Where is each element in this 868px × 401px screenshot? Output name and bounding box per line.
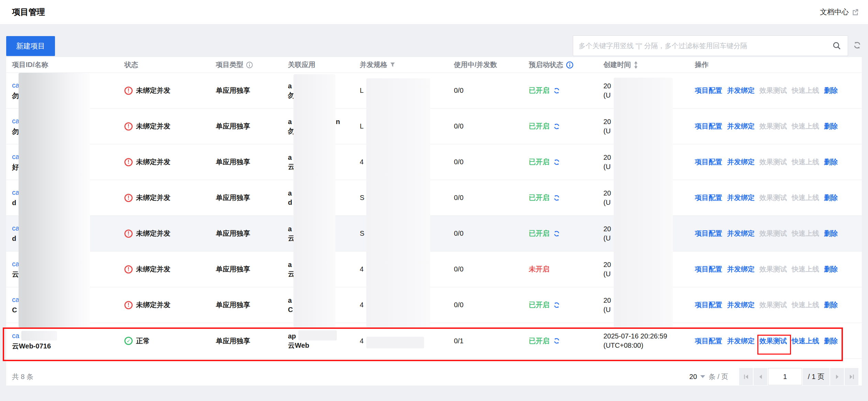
op-delete-link[interactable]: 删除 [824, 265, 838, 273]
op-launch-link: 快速上线 [792, 158, 819, 166]
linked-app-cell: a 云 [288, 260, 360, 279]
project-id-link[interactable]: ca [12, 296, 19, 303]
refresh-status-icon[interactable] [553, 230, 560, 237]
op-delete-link[interactable]: 删除 [824, 87, 838, 94]
ops-cell: 项目配置并发绑定效果测试快速上线删除 [695, 122, 862, 131]
page-size-value[interactable]: 20 [689, 373, 697, 381]
op-config-link[interactable]: 项目配置 [695, 194, 722, 201]
op-test-link: 效果测试 [759, 230, 787, 237]
op-bind-link[interactable]: 并发绑定 [727, 301, 755, 309]
refresh-status-icon[interactable] [553, 87, 560, 94]
filter-icon[interactable] [390, 62, 395, 67]
used-cell: 0/0 [454, 265, 529, 273]
next-page-button[interactable] [830, 368, 844, 385]
op-bind-link[interactable]: 并发绑定 [727, 230, 755, 237]
op-bind-link[interactable]: 并发绑定 [727, 87, 755, 94]
project-id-link[interactable]: ca [12, 189, 19, 196]
ops-cell: 项目配置并发绑定效果测试快速上线删除 [695, 300, 862, 310]
prev-page-button[interactable] [754, 368, 767, 385]
op-delete-link[interactable]: 删除 [824, 194, 838, 201]
project-id-link[interactable]: ca [12, 81, 19, 89]
op-test-link[interactable]: 效果测试 [759, 337, 787, 345]
op-bind-link[interactable]: 并发绑定 [727, 194, 755, 201]
spec-cell: 4 [360, 337, 454, 345]
op-config-link[interactable]: 项目配置 [695, 337, 722, 345]
external-link-icon [852, 8, 859, 16]
status-cell: 未绑定并发 [124, 229, 216, 238]
project-type: 单应用独享 [216, 122, 288, 131]
op-delete-link[interactable]: 删除 [824, 122, 838, 130]
op-delete-link[interactable]: 删除 [824, 301, 838, 309]
op-delete-link[interactable]: 删除 [824, 337, 838, 345]
page-number-input[interactable] [768, 368, 802, 385]
project-id-link[interactable]: ca [12, 153, 19, 160]
doc-center-link[interactable]: 文档中心 [820, 7, 859, 17]
op-config-link[interactable]: 项目配置 [695, 265, 722, 273]
chevron-down-icon[interactable] [700, 375, 705, 378]
spec-cell: L [360, 87, 454, 94]
pagination: 20 条 / 页 / 1 页 [689, 368, 858, 385]
op-bind-link[interactable]: 并发绑定 [727, 265, 755, 273]
op-config-link[interactable]: 项目配置 [695, 230, 722, 237]
prestart-cell: 已开启 [529, 86, 603, 95]
new-project-button[interactable]: 新建项目 [6, 36, 55, 56]
table-row: ca C 未绑定并发 单应用独享 a C 4 0/0 已开启 20(U 项目配置… [6, 287, 862, 323]
info-icon-blue[interactable] [566, 61, 574, 69]
project-id-cell: ca 好 [6, 152, 124, 172]
created-line2: (U [603, 126, 695, 136]
col-header-used: 使用中/并发数 [454, 60, 529, 69]
sort-icon[interactable] [634, 61, 638, 69]
refresh-status-icon[interactable] [553, 301, 560, 309]
project-id-cell: ca d [6, 188, 124, 208]
op-bind-link[interactable]: 并发绑定 [727, 337, 755, 345]
project-name: 勿 [12, 127, 124, 136]
table-header-row: 项目ID/名称 状态 项目类型 关联应用 并发规格 使用中/并发数 预启动状态 … [6, 57, 862, 73]
op-launch-link[interactable]: 快速上线 [792, 337, 819, 345]
op-config-link[interactable]: 项目配置 [695, 158, 722, 166]
chevron-left-icon [758, 374, 764, 380]
col-header-ops: 操作 [695, 60, 862, 69]
total-count: 共 8 条 [12, 372, 33, 381]
created-line1: 20 [603, 153, 695, 162]
op-config-link[interactable]: 项目配置 [695, 87, 722, 94]
last-page-button[interactable] [845, 368, 858, 385]
op-delete-link[interactable]: 删除 [824, 158, 838, 166]
status-text: 未绑定并发 [136, 300, 170, 310]
project-id-link[interactable]: ca [12, 332, 19, 339]
project-type: 单应用独享 [216, 300, 288, 310]
refresh-status-icon[interactable] [553, 158, 560, 166]
search-input[interactable] [573, 36, 848, 56]
project-name: 好 [12, 163, 124, 172]
col-header-spec: 并发规格 [360, 60, 454, 69]
op-config-link[interactable]: 项目配置 [695, 122, 722, 130]
search-icon[interactable] [832, 41, 842, 52]
op-delete-link[interactable]: 删除 [824, 230, 838, 237]
linked-app-cell: a d [288, 189, 360, 207]
prestart-status: 已开启 [529, 86, 549, 95]
projects-table-card: 项目ID/名称 状态 项目类型 关联应用 并发规格 使用中/并发数 预启动状态 … [6, 57, 862, 386]
used-cell: 0/0 [454, 194, 529, 202]
spec-cell: 4 [360, 158, 454, 166]
project-id-link[interactable]: ca [12, 224, 19, 232]
refresh-status-icon[interactable] [553, 123, 560, 130]
status-text: 未绑定并发 [136, 157, 170, 167]
info-icon[interactable] [246, 62, 253, 68]
op-config-link[interactable]: 项目配置 [695, 301, 722, 309]
used-cell: 0/0 [454, 230, 529, 237]
first-page-button[interactable] [739, 368, 753, 385]
op-bind-link[interactable]: 并发绑定 [727, 122, 755, 130]
refresh-status-icon[interactable] [553, 194, 560, 202]
used-cell: 0/0 [454, 158, 529, 166]
col-header-spec-label: 并发规格 [360, 60, 387, 69]
op-test-link: 效果测试 [759, 194, 787, 201]
project-id-cell: ca C [6, 295, 124, 315]
app-line2: 云 [288, 162, 360, 171]
page-size-select[interactable]: 20 条 / 页 [689, 372, 728, 381]
refresh-status-icon[interactable] [553, 337, 560, 345]
project-id-link[interactable]: ca [12, 260, 19, 268]
refresh-list-icon[interactable] [853, 41, 862, 51]
created-line2: (U [603, 198, 695, 207]
prestart-cell: 未开启 [529, 265, 603, 274]
project-id-link[interactable]: ca [12, 117, 19, 125]
op-bind-link[interactable]: 并发绑定 [727, 158, 755, 166]
